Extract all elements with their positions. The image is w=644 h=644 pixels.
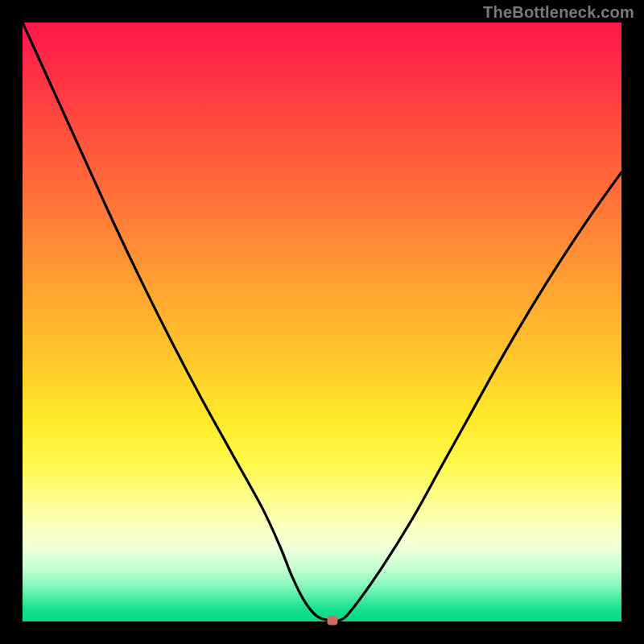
curve-layer [23, 23, 621, 621]
optimal-point-marker [328, 616, 338, 625]
watermark-text: TheBottleneck.com [483, 3, 634, 22]
bottleneck-curve [23, 23, 621, 621]
chart-frame: TheBottleneck.com [0, 0, 644, 644]
